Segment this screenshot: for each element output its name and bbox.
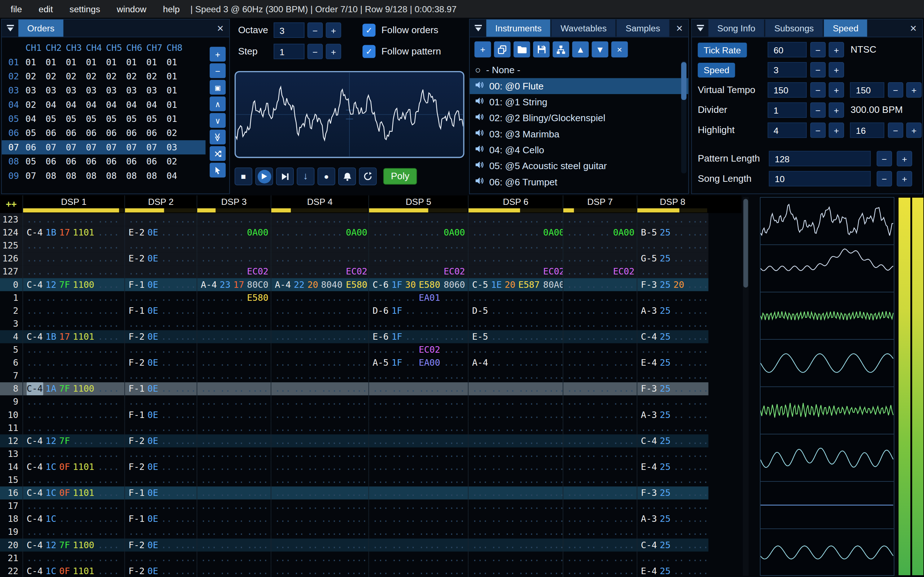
- channel-header-4[interactable]: DSP 4: [271, 196, 368, 208]
- pattern-cell[interactable]: C-41B171101....: [23, 330, 124, 343]
- pattern-cell[interactable]: ...............: [271, 448, 368, 461]
- pattern-cell[interactable]: ...........: [124, 343, 197, 356]
- pattern-cell[interactable]: F-20E......: [124, 565, 197, 577]
- order-cell[interactable]: 02: [45, 71, 66, 82]
- order-edit-mode-button[interactable]: [210, 163, 226, 177]
- order-cell[interactable]: 01: [86, 57, 106, 68]
- pattern-cell[interactable]: ...............: [23, 448, 124, 461]
- pattern-cell[interactable]: C-4127F........: [23, 435, 124, 448]
- pattern-cell[interactable]: ...........: [637, 291, 708, 304]
- pattern-cell[interactable]: ...........: [197, 356, 271, 369]
- pattern-cell[interactable]: F-10E......: [124, 278, 197, 291]
- order-cell[interactable]: 07: [126, 142, 147, 153]
- order-cell[interactable]: 03: [146, 85, 166, 96]
- pattern-cell[interactable]: C-41C0F1101....: [23, 461, 124, 474]
- instrument-item-none[interactable]: ○- None -: [470, 62, 688, 78]
- pattern-cell[interactable]: ...............: [23, 395, 124, 408]
- order-cell[interactable]: 03: [166, 142, 187, 153]
- pattern-cell[interactable]: ...........: [563, 565, 637, 577]
- pattern-cell[interactable]: ...........: [563, 278, 637, 291]
- pattern-cell[interactable]: ...............: [271, 487, 368, 500]
- pattern-cell[interactable]: ...............: [368, 500, 468, 513]
- pattern-cell[interactable]: ...........0A00: [271, 226, 368, 239]
- pattern-cell[interactable]: ...........: [637, 369, 708, 382]
- order-cell[interactable]: 06: [106, 156, 126, 167]
- pattern-cell[interactable]: ...........: [563, 382, 637, 395]
- order-cell[interactable]: 01: [106, 57, 126, 68]
- pattern-cell[interactable]: ...........: [197, 565, 271, 577]
- pattern-cell[interactable]: ...........: [124, 239, 197, 252]
- pattern-cell[interactable]: ...........: [563, 343, 637, 356]
- order-cell[interactable]: 06: [45, 156, 66, 167]
- order-row-03[interactable]: 030303030303030301: [2, 83, 206, 97]
- pattern-cell[interactable]: ...........: [637, 239, 708, 252]
- pattern-cell[interactable]: F-10E......: [124, 382, 197, 395]
- order-cell[interactable]: 05: [26, 156, 46, 167]
- order-row-08[interactable]: 080506060606060602: [2, 154, 206, 168]
- asset-tab-samples[interactable]: Samples: [617, 19, 669, 37]
- pattern-cell[interactable]: C-41C0F1101....: [23, 487, 124, 500]
- pattern-editor[interactable]: ++ DSP 1DSP 2DSP 3DSP 4DSP 5DSP 6DSP 7DS…: [0, 195, 742, 577]
- order-row-07[interactable]: 070607070707070703: [2, 140, 206, 154]
- pattern-cell[interactable]: ...............: [468, 408, 563, 421]
- add-order-button[interactable]: +: [210, 47, 226, 62]
- pattern-cell[interactable]: ...............: [271, 369, 368, 382]
- instrument-item-02[interactable]: 02: @2 Blingy/Glockenspiel: [470, 110, 688, 126]
- highlight-second-minus[interactable]: −: [888, 122, 903, 138]
- pattern-cell[interactable]: ...........: [563, 461, 637, 474]
- tick-rate-plus[interactable]: +: [829, 42, 844, 58]
- pattern-cell[interactable]: ...............: [368, 369, 468, 382]
- pattern-cell[interactable]: ...........: [124, 369, 197, 382]
- song-length-input[interactable]: 10: [769, 171, 871, 187]
- order-cell[interactable]: 01: [126, 57, 147, 68]
- order-cell[interactable]: 05: [86, 114, 106, 124]
- pattern-cell[interactable]: ...............: [23, 551, 124, 564]
- move-order-up-button[interactable]: ∧: [210, 96, 226, 111]
- order-cell[interactable]: 02: [26, 100, 46, 110]
- pattern-cell[interactable]: ...............: [271, 213, 368, 226]
- instruments-close-icon[interactable]: ×: [670, 19, 688, 37]
- pattern-scrollbar[interactable]: [743, 197, 749, 575]
- duplicate-order-button[interactable]: ▣: [210, 80, 226, 95]
- menu-help[interactable]: help: [155, 4, 188, 14]
- divider-plus[interactable]: +: [829, 102, 844, 118]
- order-cell[interactable]: 04: [166, 171, 187, 181]
- pattern-cell[interactable]: ...........: [637, 395, 708, 408]
- order-cell[interactable]: 01: [26, 57, 46, 68]
- pattern-cell[interactable]: ...............: [468, 318, 563, 330]
- pattern-cell[interactable]: C-425......: [637, 435, 708, 448]
- asset-tab-wavetables[interactable]: Wavetables: [551, 19, 615, 37]
- order-cell[interactable]: 04: [66, 100, 86, 110]
- virtual-tempo-den-minus[interactable]: −: [888, 82, 903, 98]
- tick-rate-button[interactable]: Tick Rate: [698, 42, 747, 57]
- pattern-cell[interactable]: C-41A7F1100....: [23, 382, 124, 395]
- speed-close-icon[interactable]: ×: [905, 19, 922, 37]
- order-cell[interactable]: 03: [106, 85, 126, 96]
- order-cell[interactable]: 02: [86, 71, 106, 82]
- pattern-cell[interactable]: C-61F30E5808060: [368, 278, 468, 291]
- record-button[interactable]: ●: [318, 167, 335, 185]
- pattern-cell[interactable]: ...............: [271, 474, 368, 487]
- order-cell[interactable]: 06: [126, 128, 147, 139]
- pattern-cell[interactable]: ...............: [271, 435, 368, 448]
- pattern-cell[interactable]: G-525......: [637, 252, 708, 265]
- remove-order-button[interactable]: −: [210, 63, 226, 78]
- pattern-cell[interactable]: ...............: [23, 525, 124, 538]
- pattern-cell[interactable]: E-20E......: [124, 226, 197, 239]
- pattern-cell[interactable]: C-4127F1100....: [23, 278, 124, 291]
- pattern-cell[interactable]: C-41C..........: [23, 513, 124, 525]
- pattern-cell[interactable]: ...............: [23, 500, 124, 513]
- order-cell[interactable]: 08: [66, 171, 86, 181]
- pattern-cell[interactable]: ...............: [368, 252, 468, 265]
- order-cell[interactable]: 04: [106, 100, 126, 110]
- order-cell[interactable]: 01: [166, 57, 187, 68]
- pattern-cell[interactable]: ...........: [197, 538, 271, 551]
- pattern-cell[interactable]: E-425......: [637, 461, 708, 474]
- order-cell[interactable]: 01: [166, 100, 187, 110]
- pattern-cell[interactable]: ...............: [468, 252, 563, 265]
- pattern-cell[interactable]: ...........: [563, 435, 637, 448]
- pattern-cell[interactable]: ...........: [563, 513, 637, 525]
- pattern-cell[interactable]: ...........: [197, 343, 271, 356]
- pattern-cell[interactable]: ...............: [368, 461, 468, 474]
- pattern-cell[interactable]: ...........: [563, 213, 637, 226]
